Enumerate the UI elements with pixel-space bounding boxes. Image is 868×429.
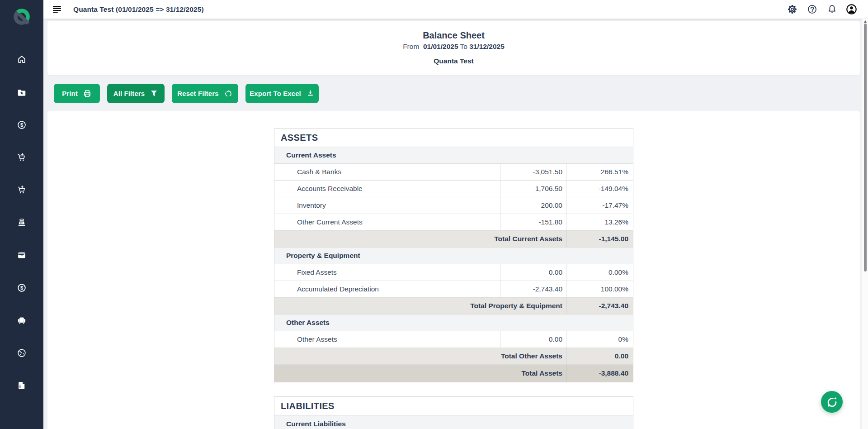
from-date: 01/01/2025 (423, 43, 458, 50)
sidebar-item-pos[interactable] (0, 213, 43, 233)
account-amount: -2,743.40 (500, 281, 566, 297)
account-amount: -3,051.50 (500, 164, 566, 180)
export-excel-button[interactable]: Export To Excel (245, 84, 319, 103)
section-label: Property & Equipment (274, 248, 633, 264)
account-label: Cash & Banks (274, 164, 500, 180)
topbar-title: Quanta Test (01/01/2025 => 31/12/2025) (73, 0, 204, 19)
account-label: Accumulated Depreciation (274, 281, 500, 297)
cash-register-icon (17, 218, 27, 228)
help-icon (807, 4, 817, 14)
total-amount: -3,888.40 (566, 365, 633, 382)
app-window: $ (0, 0, 868, 429)
document-icon (17, 381, 27, 391)
account-percent: 0% (566, 331, 633, 348)
print-button-label: Print (62, 90, 78, 97)
sidebar-item-assets[interactable] (0, 310, 43, 330)
account-label: Accounts Receivable (274, 181, 500, 197)
to-label: To (460, 43, 467, 50)
account-amount: -151.80 (500, 214, 566, 230)
timer-icon (17, 348, 27, 358)
account-label: Other Current Assets (274, 214, 500, 230)
sidebar-item-sales[interactable] (0, 180, 43, 200)
total-label: Total Current Assets (274, 231, 566, 247)
quanta-logo[interactable] (12, 6, 32, 27)
total-label: Total Assets (274, 365, 566, 382)
from-label: From (403, 43, 419, 50)
filter-icon (150, 89, 158, 98)
account-amount: 1,706.50 (500, 181, 566, 197)
refresh-sparkle-icon (826, 396, 838, 408)
section-label: Current Liabilities (274, 415, 633, 429)
section-label: Current Assets (274, 147, 633, 163)
liabilities-table: LIABILITIES Current Liabilities (274, 396, 633, 429)
svg-text:$: $ (20, 122, 23, 128)
user-menu-button[interactable] (846, 4, 857, 15)
bell-icon (827, 4, 837, 14)
sidebar-item-time[interactable] (0, 343, 43, 363)
total-row: Total Property & Equipment-2,743.40 (274, 298, 633, 315)
account-label: Fixed Assets (274, 264, 500, 281)
folder-star-icon (17, 88, 27, 98)
sidebar-item-purchases[interactable] (0, 148, 43, 167)
total-amount: -1,145.00 (566, 231, 633, 247)
section-header-row: Current Liabilities (274, 415, 633, 429)
print-button[interactable]: Print (54, 84, 100, 103)
account-label: Inventory (274, 197, 500, 214)
report-date-range: From 01/01/2025 To 31/12/2025 (47, 43, 860, 50)
assets-table: ASSETS Current AssetsCash & Banks-3,051.… (274, 128, 633, 382)
total-amount: 0.00 (566, 348, 633, 364)
section-header-row: Property & Equipment (274, 248, 633, 264)
refresh-fab-button[interactable] (821, 391, 843, 413)
report-toolbar: Print All Filters Reset Filters (54, 84, 319, 103)
account-percent: -17.47% (566, 197, 633, 214)
report-header-card: Balance Sheet From 01/01/2025 To 31/12/2… (47, 21, 860, 75)
account-label: Other Assets (274, 331, 500, 348)
account-amount: 0.00 (500, 331, 566, 348)
account-percent: 13.26% (566, 214, 633, 230)
notifications-button[interactable] (827, 4, 837, 14)
account-percent: 0.00% (566, 264, 633, 281)
section-label: Other Assets (274, 315, 633, 331)
export-excel-button-label: Export To Excel (250, 90, 301, 97)
scrollbar-up-arrow-icon[interactable] (864, 20, 867, 23)
menu-icon[interactable] (53, 6, 61, 13)
account-row: Accumulated Depreciation-2,743.40100.00% (274, 281, 633, 298)
sidebar-item-finance[interactable]: $ (0, 115, 43, 135)
all-filters-button-label: All Filters (113, 90, 145, 97)
wallet-icon (17, 250, 27, 260)
account-row: Other Current Assets-151.8013.26% (274, 214, 633, 231)
account-amount: 0.00 (500, 264, 566, 281)
sidebar-item-expenses[interactable]: $ (0, 278, 43, 298)
account-percent: -149.04% (566, 181, 633, 197)
section-header-row: Other Assets (274, 315, 633, 331)
dollar-circle-icon: $ (17, 283, 27, 293)
grand-total-row: Total Assets-3,888.40 (274, 365, 633, 382)
account-row: Other Assets0.000% (274, 331, 633, 348)
sidebar-item-folders[interactable] (0, 83, 43, 103)
user-avatar-icon (846, 4, 857, 15)
sidebar: $ (0, 0, 43, 429)
gear-icon (787, 4, 797, 14)
account-amount: 200.00 (500, 197, 566, 214)
cart-plus-icon (17, 185, 27, 195)
reset-filters-button-label: Reset Filters (177, 90, 218, 97)
total-label: Total Property & Equipment (274, 298, 566, 314)
help-button[interactable] (807, 4, 817, 14)
home-icon (17, 54, 27, 64)
reset-filters-button[interactable]: Reset Filters (172, 84, 238, 103)
vertical-scrollbar[interactable] (862, 19, 868, 429)
sidebar-item-banking[interactable] (0, 245, 43, 265)
assets-table-title: ASSETS (274, 129, 633, 147)
sidebar-item-reports[interactable] (0, 376, 43, 396)
report-company: Quanta Test (47, 57, 860, 64)
sidebar-item-home[interactable] (0, 49, 43, 69)
report-title: Balance Sheet (47, 21, 860, 40)
section-header-row: Current Assets (274, 147, 633, 164)
liabilities-table-title: LIABILITIES (274, 397, 633, 415)
all-filters-button[interactable]: All Filters (107, 84, 165, 103)
account-row: Cash & Banks-3,051.50266.51% (274, 164, 633, 181)
scrollbar-thumb[interactable] (864, 24, 867, 272)
total-label: Total Other Assets (274, 348, 566, 364)
reset-icon (224, 89, 233, 98)
settings-button[interactable] (787, 4, 797, 14)
